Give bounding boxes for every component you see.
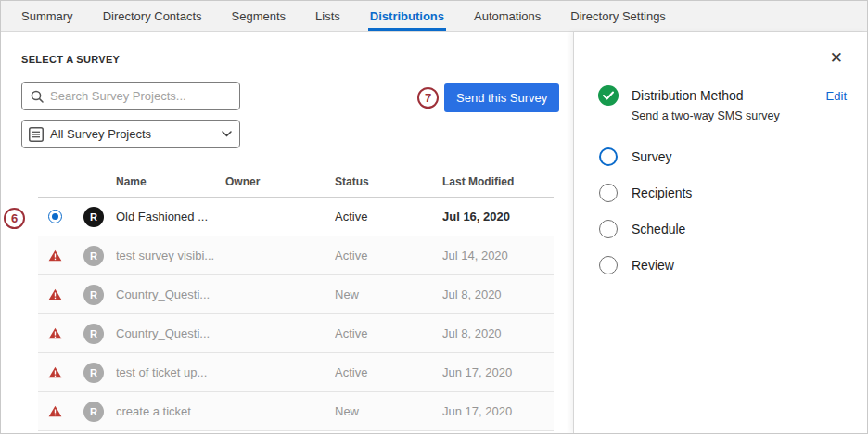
tab-segments[interactable]: Segments: [230, 1, 288, 31]
chevron-down-icon: [213, 131, 239, 137]
search-icon: [31, 90, 44, 103]
table-row[interactable]: R Country_Questi... New Jul 8, 2020: [38, 275, 554, 314]
avatar: R: [83, 324, 104, 344]
project-filter-dropdown[interactable]: All Survey Projects: [21, 120, 240, 148]
survey-name: Country_Questi...: [116, 326, 225, 340]
check-circle-icon: [598, 85, 619, 106]
column-header-status: Status: [335, 175, 442, 188]
survey-select-pane: SELECT A SURVEY All Survey Projects Send…: [1, 32, 573, 433]
tab-directory-contacts[interactable]: Directory Contacts: [101, 1, 204, 31]
step-distribution-method: Distribution Method Edit: [598, 85, 847, 106]
survey-last-modified: Jul 8, 2020: [442, 326, 554, 340]
survey-last-modified: Jul 8, 2020: [442, 287, 554, 301]
column-header-last-modified: Last Modified: [442, 175, 554, 188]
radio-selected-icon[interactable]: [48, 210, 62, 223]
survey-last-modified: Jun 17, 2020: [442, 365, 554, 379]
survey-name: Country_Questi...: [116, 287, 225, 301]
close-icon[interactable]: ✕: [830, 50, 843, 66]
doc-callout-6: 6: [4, 208, 25, 229]
avatar: R: [83, 246, 104, 266]
pending-step-circle-icon: [599, 184, 618, 202]
avatar: R: [83, 207, 104, 227]
warning-icon: [48, 249, 62, 262]
survey-status: Active: [335, 210, 442, 223]
column-header-owner: Owner: [225, 175, 335, 188]
avatar: R: [83, 363, 104, 383]
survey-last-modified: Jun 17, 2020: [442, 404, 554, 418]
step-label: Schedule: [632, 222, 685, 236]
distributions-page: Summary Directory Contacts Segments List…: [0, 0, 868, 434]
step-label: Recipients: [632, 185, 692, 200]
survey-last-modified: Jul 14, 2020: [442, 249, 554, 262]
tab-lists[interactable]: Lists: [313, 1, 342, 31]
tab-directory-settings[interactable]: Directory Settings: [568, 1, 668, 31]
warning-icon: [48, 288, 62, 300]
survey-status: New: [335, 404, 442, 418]
step-subtitle: Send a two-way SMS survey: [632, 109, 847, 122]
avatar: R: [83, 285, 104, 305]
step-list: Distribution Method Edit Send a two-way …: [598, 85, 847, 291]
step-label: Review: [632, 258, 674, 273]
page-title: SELECT A SURVEY: [21, 54, 120, 65]
table-row[interactable]: R Old Fashioned ... Active Jul 16, 2020: [38, 198, 554, 236]
current-step-circle-icon: [599, 147, 618, 166]
list-icon: [22, 121, 50, 147]
survey-name: Old Fashioned ...: [116, 210, 225, 223]
doc-callout-7: 7: [417, 87, 439, 108]
distribution-steps-panel: ✕ Distribution Method Edit Send a two-wa…: [573, 32, 867, 433]
pending-step-circle-icon: [599, 220, 618, 238]
step-label: Distribution Method: [632, 88, 744, 103]
step-schedule: Schedule: [598, 219, 847, 239]
survey-name: test survey visibi...: [116, 249, 225, 262]
survey-status: Active: [335, 365, 442, 379]
survey-status: New: [335, 287, 442, 301]
table-row[interactable]: R test of ticket up... Active Jun 17, 20…: [38, 353, 554, 392]
survey-name: create a ticket: [116, 404, 225, 418]
step-label: Survey: [632, 149, 672, 164]
warning-icon: [48, 327, 62, 339]
survey-search-box: [21, 82, 240, 110]
survey-table: Name Owner Status Last Modified R Old Fa…: [38, 166, 554, 431]
project-filter-value: All Survey Projects: [50, 127, 213, 141]
edit-link[interactable]: Edit: [826, 89, 847, 103]
step-review: Review: [598, 255, 847, 275]
pending-step-circle-icon: [599, 256, 618, 274]
step-recipients: Recipients: [598, 183, 847, 203]
column-header-name: Name: [116, 175, 225, 188]
tab-automations[interactable]: Automations: [472, 1, 542, 31]
step-survey: Survey: [598, 147, 847, 167]
table-header-row: Name Owner Status Last Modified: [38, 166, 554, 198]
survey-name: test of ticket up...: [116, 365, 225, 379]
survey-status: Active: [335, 249, 442, 262]
table-row[interactable]: R Country_Questi... Active Jul 8, 2020: [38, 314, 554, 353]
table-row[interactable]: R test survey visibi... Active Jul 14, 2…: [38, 236, 554, 275]
send-this-survey-button[interactable]: Send this Survey: [444, 83, 559, 112]
search-input[interactable]: [50, 89, 231, 103]
table-row[interactable]: R create a ticket New Jun 17, 2020: [38, 392, 554, 431]
survey-last-modified: Jul 16, 2020: [442, 210, 554, 223]
survey-status: Active: [335, 326, 442, 340]
tab-distributions[interactable]: Distributions: [368, 1, 446, 31]
avatar: R: [83, 402, 104, 422]
directory-tab-bar: Summary Directory Contacts Segments List…: [1, 1, 867, 32]
tab-summary[interactable]: Summary: [19, 1, 75, 31]
warning-icon: [48, 405, 62, 417]
warning-icon: [48, 366, 62, 378]
